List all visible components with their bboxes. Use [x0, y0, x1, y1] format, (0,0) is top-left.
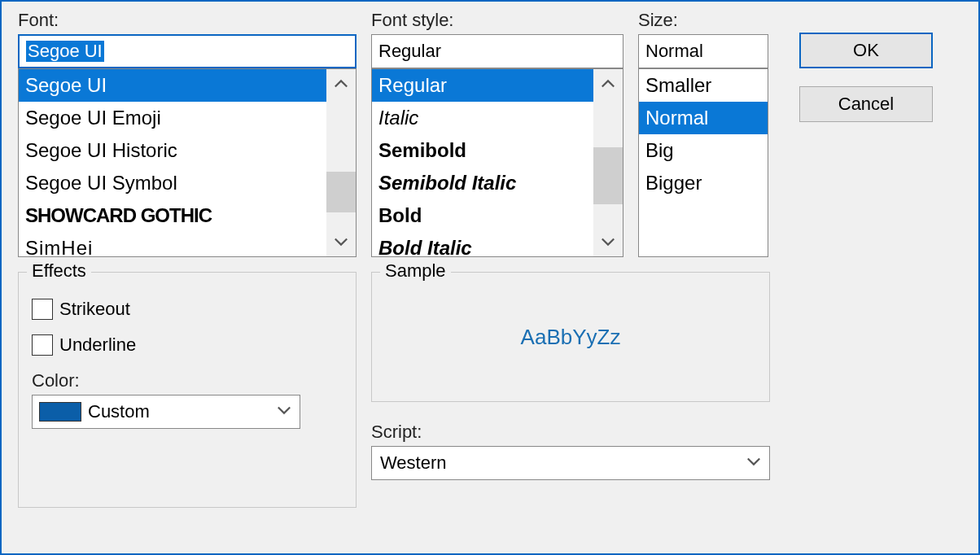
- font-input[interactable]: Segoe UI: [18, 34, 357, 68]
- list-item[interactable]: Segoe UI Historic: [19, 134, 326, 167]
- underline-checkbox[interactable]: Underline: [32, 334, 343, 356]
- list-item[interactable]: Semibold: [372, 134, 593, 167]
- chevron-down-icon: [277, 401, 291, 422]
- scroll-thumb[interactable]: [326, 172, 356, 212]
- scroll-track[interactable]: [593, 98, 623, 227]
- underline-label: Underline: [59, 334, 136, 356]
- checkbox-box[interactable]: [32, 299, 53, 320]
- list-item[interactable]: Smaller: [639, 69, 768, 102]
- scroll-track[interactable]: [326, 98, 356, 227]
- list-item[interactable]: Bold: [372, 199, 593, 232]
- list-item[interactable]: SimHei: [19, 232, 326, 257]
- list-item[interactable]: Segoe UI Emoji: [19, 102, 326, 134]
- fontstyle-label: Font style:: [371, 10, 623, 31]
- list-item[interactable]: Big: [639, 134, 768, 167]
- effects-groupbox: Effects Strikeout Underline Color: Custo…: [18, 272, 357, 508]
- font-listbox[interactable]: Segoe UI Segoe UI Emoji Segoe UI Histori…: [18, 68, 357, 257]
- color-value: Custom: [88, 401, 150, 422]
- list-item[interactable]: Segoe UI Symbol: [19, 167, 326, 199]
- color-swatch: [39, 402, 81, 422]
- size-listbox[interactable]: Smaller Normal Big Bigger: [638, 68, 768, 257]
- script-label: Script:: [371, 422, 770, 443]
- list-item[interactable]: Bigger: [639, 167, 768, 199]
- scroll-down-button[interactable]: [593, 227, 623, 256]
- list-item[interactable]: Segoe UI: [19, 69, 326, 102]
- size-label: Size:: [638, 10, 768, 31]
- script-combo[interactable]: Western: [371, 446, 770, 480]
- scrollbar[interactable]: [326, 69, 356, 256]
- sample-groupbox: Sample AaBbYyZz: [371, 272, 770, 402]
- scroll-up-button[interactable]: [326, 69, 356, 98]
- strikeout-label: Strikeout: [59, 299, 130, 320]
- ok-button[interactable]: OK: [799, 33, 933, 68]
- color-label: Color:: [32, 370, 343, 391]
- font-label: Font:: [18, 10, 357, 31]
- scrollbar[interactable]: [593, 69, 623, 256]
- size-input[interactable]: Normal: [638, 34, 768, 68]
- fontstyle-listbox[interactable]: Regular Italic Semibold Semibold Italic …: [371, 68, 623, 257]
- fontstyle-input[interactable]: Regular: [371, 34, 623, 68]
- sample-text: AaBbYyZz: [521, 325, 621, 350]
- list-item[interactable]: Italic: [372, 102, 593, 134]
- checkbox-box[interactable]: [32, 334, 53, 356]
- font-input-value: Segoe UI: [26, 41, 104, 62]
- cancel-button[interactable]: Cancel: [799, 86, 933, 122]
- list-item[interactable]: Bold Italic: [372, 232, 593, 257]
- scroll-thumb[interactable]: [593, 147, 623, 204]
- chevron-down-icon: [746, 452, 761, 474]
- size-input-value: Normal: [645, 41, 703, 62]
- script-value: Western: [380, 452, 447, 474]
- list-item[interactable]: Semibold Italic: [372, 167, 593, 199]
- list-item[interactable]: SHOWCARD GOTHIC: [19, 199, 326, 232]
- list-item[interactable]: Regular: [372, 69, 593, 102]
- sample-legend: Sample: [380, 260, 451, 282]
- strikeout-checkbox[interactable]: Strikeout: [32, 299, 343, 320]
- scroll-down-button[interactable]: [326, 227, 356, 256]
- color-combo[interactable]: Custom: [32, 395, 300, 429]
- effects-legend: Effects: [27, 260, 91, 282]
- scroll-up-button[interactable]: [593, 69, 623, 98]
- list-item[interactable]: Normal: [639, 102, 768, 134]
- fontstyle-input-value: Regular: [378, 41, 441, 62]
